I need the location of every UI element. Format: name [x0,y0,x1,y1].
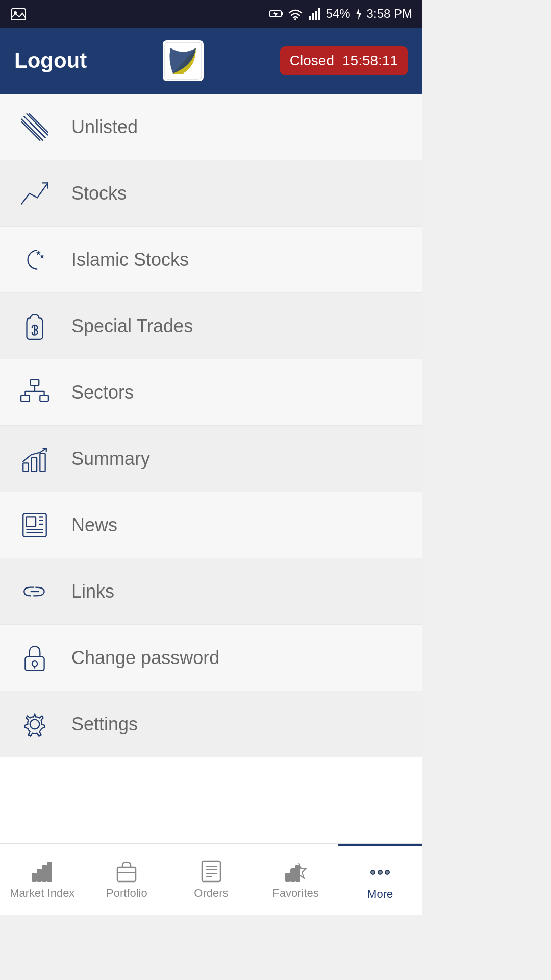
time-display: 3:58 PM [367,7,412,21]
menu-list: Unlisted Stocks Islamic Stocks [0,94,422,843]
battery-percent: 54% [326,7,350,21]
wifi-icon [287,7,304,21]
svg-rect-43 [47,862,52,881]
svg-rect-24 [40,395,48,401]
stocks-label: Stocks [71,183,127,204]
svg-point-39 [30,719,40,729]
links-label: Links [71,581,114,602]
special-trades-label: Special Trades [71,315,193,337]
market-index-icon [30,859,55,884]
logout-button[interactable]: Logout [14,48,87,73]
charging-icon [355,8,363,20]
signal-icon [308,7,322,21]
status-left [10,7,27,21]
svg-rect-29 [26,517,36,526]
summary-icon [16,440,53,477]
menu-item-unlisted[interactable]: Unlisted [0,94,422,160]
svg-rect-40 [32,873,36,881]
menu-item-news[interactable]: News [0,492,422,558]
svg-rect-25 [23,463,28,472]
svg-rect-53 [296,865,300,881]
svg-rect-23 [21,395,30,401]
market-time: 15:58:11 [342,53,398,69]
menu-item-settings[interactable]: Settings [0,691,422,757]
svg-rect-8 [318,8,320,20]
svg-rect-42 [42,865,46,881]
svg-rect-27 [40,453,45,471]
svg-point-37 [32,661,37,666]
orders-icon [199,859,223,884]
svg-point-56 [385,870,389,874]
menu-item-sectors[interactable]: Sectors [0,359,422,426]
menu-item-stocks[interactable]: Stocks [0,160,422,227]
svg-point-55 [378,870,382,874]
menu-item-special-trades[interactable]: Special Trades [0,293,422,359]
svg-rect-3 [281,12,283,15]
market-status-badge: Closed 15:58:11 [280,46,408,75]
svg-rect-18 [31,379,39,385]
nav-market-index-label: Market Index [10,887,74,900]
nav-favorites[interactable]: Favorites [254,844,338,915]
news-label: News [71,514,117,536]
settings-label: Settings [71,714,138,735]
bottom-nav: Market Index Portfolio Orders Favorites [0,843,422,915]
unlisted-icon [16,109,53,145]
image-icon [10,7,27,21]
islamic-icon [16,241,53,278]
svg-rect-7 [315,11,317,20]
svg-point-4 [294,18,296,20]
nav-market-index[interactable]: Market Index [0,844,85,915]
nav-portfolio-label: Portfolio [106,887,147,900]
nav-more[interactable]: More [338,844,422,915]
menu-item-links[interactable]: Links [0,558,422,625]
settings-icon [16,706,53,743]
nav-favorites-label: Favorites [272,887,318,900]
status-bar: 54% 3:58 PM [0,0,422,28]
more-icon [368,860,392,885]
menu-item-change-password[interactable]: Change password [0,625,422,691]
menu-item-summary[interactable]: Summary [0,426,422,492]
sectors-label: Sectors [71,382,134,403]
nav-orders-label: Orders [194,887,228,900]
svg-rect-41 [37,869,41,881]
nav-portfolio[interactable]: Portfolio [85,844,169,915]
svg-rect-51 [286,873,290,881]
islamic-stocks-label: Islamic Stocks [71,249,189,271]
sectors-icon [16,374,53,411]
svg-line-12 [27,114,48,135]
svg-point-54 [371,870,375,874]
header: Logout Closed 15:58:11 [0,28,422,94]
svg-rect-36 [25,656,44,670]
svg-rect-5 [309,16,311,20]
nav-orders[interactable]: Orders [169,844,254,915]
svg-marker-16 [40,254,44,258]
portfolio-icon [114,859,139,884]
svg-rect-6 [312,13,314,20]
svg-line-13 [21,119,42,140]
svg-rect-44 [117,867,136,881]
bag-icon [16,308,53,345]
change-password-label: Change password [71,647,219,669]
lock-icon [16,640,53,676]
unlisted-label: Unlisted [71,116,138,138]
nav-more-label: More [367,888,393,901]
summary-label: Summary [71,448,150,470]
links-icon [16,573,53,610]
closed-label: Closed [290,53,334,69]
news-icon [16,507,53,544]
app-logo [163,40,204,81]
svg-rect-46 [202,861,220,881]
favorites-icon [284,859,308,884]
svg-rect-26 [32,457,37,471]
stocks-icon [16,175,53,212]
status-right: 54% 3:58 PM [269,7,412,21]
battery-charging-icon [269,7,283,21]
menu-item-islamic-stocks[interactable]: Islamic Stocks [0,227,422,293]
